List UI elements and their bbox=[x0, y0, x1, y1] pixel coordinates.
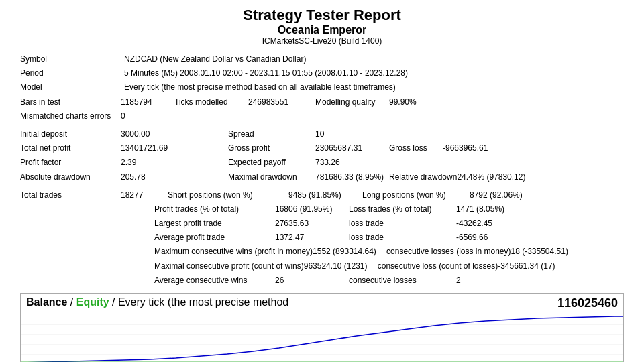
report-build: ICMarketsSC-Live20 (Build 1400) bbox=[0, 36, 644, 46]
profit-trades-label: Profit trades (% of total) bbox=[154, 203, 275, 216]
net-profit-row: Total net profit 13401721.69 Gross profi… bbox=[20, 141, 624, 156]
average-row: Average profit trade 1372.47 loss trade … bbox=[20, 231, 624, 245]
maximal-consec-profit-value: 963524.10 (1231) bbox=[304, 260, 378, 273]
bars-label: Bars in test bbox=[20, 96, 121, 109]
relative-drawdown-value: 24.48% (97830.12) bbox=[457, 171, 525, 184]
chart-header: Balance / Equity / Every tick (the most … bbox=[21, 294, 623, 311]
average-profit-label: Average profit trade bbox=[154, 231, 275, 244]
largest-loss-label: loss trade bbox=[349, 217, 456, 230]
average-loss-value: -6569.66 bbox=[456, 231, 488, 244]
symbol-value: NZDCAD (New Zealand Dollar vs Canadian D… bbox=[124, 53, 306, 66]
gross-loss-label: Gross loss bbox=[389, 142, 443, 155]
chart-method: / Every tick (the most precise method bbox=[109, 296, 289, 308]
max-consec-losses-value: 18 (-335504.51) bbox=[511, 245, 568, 258]
average-consec-wins-value: 26 bbox=[275, 274, 349, 287]
report-table: Symbol NZDCAD (New Zealand Dollar vs Can… bbox=[0, 52, 644, 288]
modelling-label: Modelling quality bbox=[315, 96, 389, 109]
drawdown-row: Absolute drawdown 205.78 Maximal drawdow… bbox=[20, 170, 624, 184]
report-header: Strategy Tester Report Oceania Emperor I… bbox=[0, 0, 644, 48]
expected-payoff-value: 733.26 bbox=[315, 156, 340, 169]
absolute-drawdown-label: Absolute drawdown bbox=[20, 171, 121, 184]
gross-loss-value: -9663965.61 bbox=[443, 142, 488, 155]
chart-area: Balance / Equity / Every tick (the most … bbox=[20, 293, 624, 362]
loss-trades-label: Loss trades (% of total) bbox=[349, 203, 456, 216]
spread-label: Spread bbox=[228, 128, 315, 141]
average-consec-wins-label: Average consecutive wins bbox=[154, 274, 275, 287]
profit-factor-label: Profit factor bbox=[20, 156, 121, 169]
largest-profit-label: Largest profit trade bbox=[154, 217, 275, 230]
total-net-value: 13401721.69 bbox=[121, 142, 228, 155]
short-pos-label: Short positions (won %) bbox=[168, 189, 288, 202]
symbol-row: Symbol NZDCAD (New Zealand Dollar vs Can… bbox=[20, 52, 624, 66]
gross-profit-value: 23065687.31 bbox=[315, 142, 389, 155]
profit-trades-row: Profit trades (% of total) 16806 (91.95%… bbox=[20, 202, 624, 217]
model-value: Every tick (the most precise method base… bbox=[124, 81, 396, 94]
chart-value: 116025460 bbox=[557, 296, 618, 310]
long-pos-value: 8792 (92.06%) bbox=[470, 189, 523, 202]
gross-profit-label: Gross profit bbox=[228, 142, 315, 155]
model-label: Model bbox=[20, 81, 124, 94]
chart-svg bbox=[21, 314, 623, 362]
report-subtitle: Oceania Emperor bbox=[0, 24, 644, 36]
expected-payoff-label: Expected payoff bbox=[228, 156, 315, 169]
relative-drawdown-label: Relative drawdown bbox=[389, 171, 457, 184]
equity-text: Equity bbox=[76, 296, 109, 308]
long-pos-label: Long positions (won %) bbox=[362, 189, 470, 202]
modelling-value: 99.90% bbox=[389, 96, 417, 109]
average-loss-label: loss trade bbox=[349, 231, 456, 244]
loss-trades-value: 1471 (8.05%) bbox=[456, 203, 504, 216]
chart-sep1: / bbox=[67, 296, 76, 308]
absolute-drawdown-value: 205.78 bbox=[121, 171, 228, 184]
report-title: Strategy Tester Report bbox=[0, 7, 644, 24]
short-pos-value: 9485 (91.85%) bbox=[288, 189, 362, 202]
largest-profit-value: 27635.63 bbox=[275, 217, 349, 230]
symbol-label: Symbol bbox=[20, 53, 124, 66]
maximal-drawdown-label: Maximal drawdown bbox=[228, 171, 315, 184]
period-value: 5 Minutes (M5) 2008.01.10 02:00 - 2023.1… bbox=[124, 67, 408, 80]
profit-factor-value: 2.39 bbox=[121, 156, 228, 169]
largest-loss-value: -43262.45 bbox=[456, 217, 492, 230]
average-profit-value: 1372.47 bbox=[275, 231, 349, 244]
balance-text: Balance bbox=[26, 296, 67, 308]
spread-value: 10 bbox=[315, 128, 324, 141]
trades-row: Total trades 18277 Short positions (won … bbox=[20, 188, 624, 202]
maximal-consec-loss-label: consecutive loss (count of losses) bbox=[378, 260, 498, 273]
model-row: Model Every tick (the most precise metho… bbox=[20, 80, 624, 95]
ticks-label: Ticks modelled bbox=[174, 96, 248, 109]
total-trades-value: 18277 bbox=[121, 189, 154, 202]
maximal-drawdown-value: 781686.33 (8.95%) bbox=[315, 171, 389, 184]
bars-value: 1185794 bbox=[121, 96, 174, 109]
mismatched-row: Mismatched charts errors 0 bbox=[20, 109, 624, 123]
profit-trades-value: 16806 (91.95%) bbox=[275, 203, 349, 216]
bars-row: Bars in test 1185794 Ticks modelled 2469… bbox=[20, 95, 624, 109]
max-consec-losses-label: consecutive losses (loss in money) bbox=[386, 245, 511, 258]
mismatched-label: Mismatched charts errors bbox=[20, 110, 121, 123]
average-consec-losses-value: 2 bbox=[456, 274, 461, 287]
largest-row: Largest profit trade 27635.63 loss trade… bbox=[20, 217, 624, 231]
maximal-consec-loss-value: -345661.34 (17) bbox=[498, 260, 555, 273]
period-label: Period bbox=[20, 67, 124, 80]
max-consec-row: Maximum consecutive wins (profit in mone… bbox=[20, 245, 624, 259]
maximal-consec-row: Maximal consecutive profit (count of win… bbox=[20, 259, 624, 274]
total-net-label: Total net profit bbox=[20, 142, 121, 155]
average-consec-losses-label: consecutive losses bbox=[349, 274, 456, 287]
initial-deposit-label: Initial deposit bbox=[20, 128, 121, 141]
max-consec-wins-label: Maximum consecutive wins (profit in mone… bbox=[154, 245, 313, 258]
max-consec-wins-value: 1552 (893314.64) bbox=[313, 245, 386, 258]
mismatched-value: 0 bbox=[121, 110, 125, 123]
maximal-consec-profit-label: Maximal consecutive profit (count of win… bbox=[154, 260, 304, 273]
deposit-row: Initial deposit 3000.00 Spread 10 bbox=[20, 127, 624, 141]
total-trades-label: Total trades bbox=[20, 189, 121, 202]
period-row: Period 5 Minutes (M5) 2008.01.10 02:00 -… bbox=[20, 66, 624, 80]
ticks-value: 246983551 bbox=[248, 96, 315, 109]
average-consec-row: Average consecutive wins 26 consecutive … bbox=[20, 274, 624, 288]
profit-factor-row: Profit factor 2.39 Expected payoff 733.2… bbox=[20, 156, 624, 170]
initial-deposit-value: 3000.00 bbox=[121, 128, 228, 141]
